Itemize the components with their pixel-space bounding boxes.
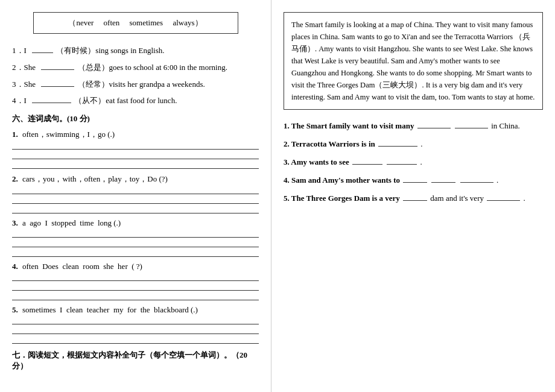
connect-item-5: 5. sometimes I clean teacher my for the … bbox=[12, 305, 259, 344]
fill-item-2: 2．She （总是）goes to school at 6:00 in the … bbox=[12, 62, 259, 74]
comp-num-2: 2. Terracotta Warriors is in bbox=[284, 139, 375, 148]
answer-line-4c bbox=[12, 292, 259, 300]
comp-item-4: 4. Sam and Amy's mother wants to . bbox=[284, 174, 543, 187]
connect-words-4: often Does clean room she her ( ?) bbox=[22, 262, 142, 271]
word-sometimes: sometimes bbox=[130, 18, 163, 27]
connect-num-4: 4. bbox=[12, 262, 18, 271]
answer-line-1a bbox=[12, 141, 259, 150]
comp-blank-3b bbox=[387, 164, 417, 165]
comp-num-1: 1. The Smart family want to visit many bbox=[284, 121, 414, 130]
answer-line-1b bbox=[12, 151, 259, 159]
connect-words-1: often，swimming，I，go (.) bbox=[22, 130, 115, 139]
section-six: 六、连词成句。(10 分) 1. often，swimming，I，go (.)… bbox=[12, 113, 259, 344]
word-never: （never bbox=[68, 18, 94, 27]
answer-line-4a bbox=[12, 273, 259, 281]
fill-item-3: 3．She （经常）visits her grandpa a weekends. bbox=[12, 78, 259, 91]
comp-blank-4a bbox=[403, 182, 427, 183]
answer-line-2c bbox=[12, 205, 259, 213]
comp-item-1: 1. The Smart family want to visit many i… bbox=[284, 119, 543, 133]
bottom-note: 七．阅读短文，根据短文内容补全句子（每个空填一个单词）。（20 分） bbox=[12, 350, 259, 371]
answer-line-1c bbox=[12, 160, 259, 169]
comp-blank-2a bbox=[378, 146, 417, 147]
comp-blank-5a bbox=[403, 200, 427, 201]
right-panel: The Smart family is looking at a map of … bbox=[271, 0, 555, 392]
comprehension-section: 1. The Smart family want to visit many i… bbox=[284, 119, 543, 205]
comp-num-3: 3. Amy wants to see bbox=[284, 157, 349, 166]
comp-item-3: 3. Amy wants to see . bbox=[284, 156, 543, 169]
fill-blank-2a bbox=[41, 69, 74, 70]
answer-line-4b bbox=[12, 282, 259, 291]
comp-suffix-1: in China. bbox=[491, 121, 520, 130]
connect-words-3: a ago I stopped time long (.) bbox=[22, 218, 121, 227]
connect-item-3: 3. a ago I stopped time long (.) bbox=[12, 218, 259, 257]
comp-suffix-4: . bbox=[496, 175, 498, 185]
fill-blank-3a bbox=[41, 86, 74, 87]
word-often: often bbox=[104, 18, 120, 27]
comp-num-4: 4. Sam and Amy's mother wants to bbox=[284, 175, 400, 185]
comp-blank-1a bbox=[417, 128, 451, 128]
word-always: always） bbox=[173, 18, 202, 27]
comp-item-2: 2. Terracotta Warriors is in . bbox=[284, 138, 543, 151]
comp-blank-4b bbox=[431, 182, 455, 183]
fill-item-4: 4．I （从不）eat fast food for lunch. bbox=[12, 95, 259, 107]
answer-line-5b bbox=[12, 326, 259, 334]
fill-num-2: 2．She bbox=[12, 63, 36, 72]
connect-lines-5 bbox=[12, 316, 259, 344]
comp-middle-5: dam and it's very bbox=[430, 194, 484, 203]
connect-item-1: 1. often，swimming，I，go (.) bbox=[12, 129, 259, 169]
connect-item-2: 2. cars，you，with，often，play，toy，Do (?) bbox=[12, 174, 259, 213]
comp-blank-1b bbox=[455, 128, 488, 128]
comp-blank-5b bbox=[487, 200, 520, 201]
connect-lines-4 bbox=[12, 273, 259, 300]
comp-suffix-5: . bbox=[523, 194, 525, 203]
reading-box: The Smart family is looking at a map of … bbox=[284, 12, 543, 110]
answer-line-5c bbox=[12, 335, 259, 344]
answer-line-2a bbox=[12, 186, 259, 194]
connect-words-5: sometimes I clean teacher my for the bla… bbox=[22, 305, 198, 314]
fill-item-1: 1．I （有时候）sing songs in English. bbox=[12, 45, 259, 57]
connect-lines-3 bbox=[12, 229, 259, 257]
fill-num-4: 4．I bbox=[12, 96, 27, 105]
connect-lines-2 bbox=[12, 186, 259, 213]
left-panel: （never often sometimes always） 1．I （有时候）… bbox=[0, 0, 271, 392]
answer-line-2b bbox=[12, 195, 259, 204]
connect-words-2: cars，you，with，often，play，toy，Do (?) bbox=[22, 174, 168, 183]
answer-line-3a bbox=[12, 229, 259, 238]
word-box: （never often sometimes always） bbox=[33, 12, 238, 34]
connect-num-2: 2. bbox=[12, 174, 18, 183]
connect-item-4: 4. often Does clean room she her ( ?) bbox=[12, 262, 259, 300]
comp-item-5: 5. The Three Gorges Dam is a very dam an… bbox=[284, 192, 543, 205]
fill-blank-4a bbox=[32, 103, 71, 103]
connect-num-5: 5. bbox=[12, 305, 18, 314]
reading-text: The Smart family is looking at a map of … bbox=[291, 21, 534, 101]
fill-section: 1．I （有时候）sing songs in English. 2．She （总… bbox=[12, 45, 259, 107]
bottom-note-text: 七．阅读短文，根据短文内容补全句子（每个空填一个单词）。（20 分） bbox=[12, 350, 247, 370]
comp-blank-3a bbox=[352, 164, 382, 165]
answer-line-3b bbox=[12, 239, 259, 247]
comp-blank-4c bbox=[460, 182, 493, 183]
connect-num-1: 1. bbox=[12, 130, 18, 139]
answer-line-3c bbox=[12, 248, 259, 257]
section-six-title: 六、连词成句。(10 分) bbox=[12, 113, 259, 124]
fill-blank-1a bbox=[32, 52, 53, 53]
answer-line-5a bbox=[12, 316, 259, 324]
comp-num-5: 5. The Three Gorges Dam is a very bbox=[284, 194, 400, 203]
connect-num-3: 3. bbox=[12, 218, 18, 227]
fill-num-3: 3．She bbox=[12, 80, 36, 89]
connect-lines-1 bbox=[12, 141, 259, 169]
comp-suffix-2: . bbox=[420, 139, 422, 148]
fill-num-1: 1．I bbox=[12, 46, 27, 55]
comp-suffix-3: . bbox=[420, 157, 422, 166]
